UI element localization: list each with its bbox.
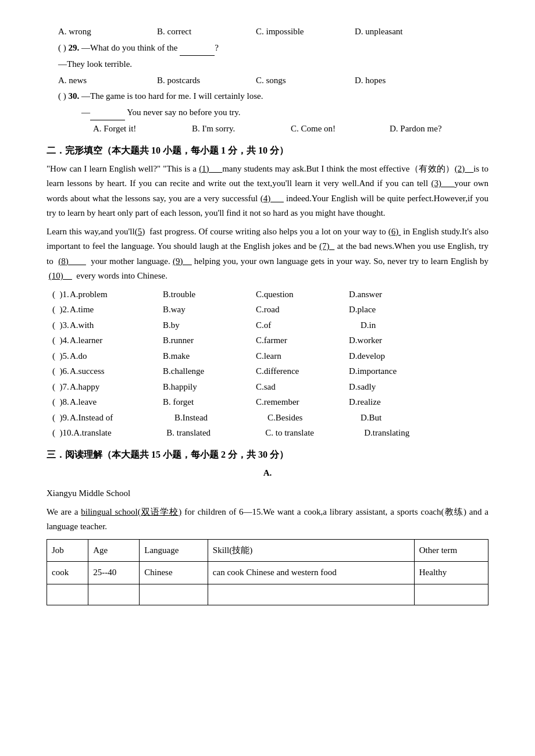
cloze-6b: B.challenge [163, 364, 256, 379]
section3-sub-header: A. [47, 466, 488, 481]
q29-option-b: B. postcards [157, 73, 256, 88]
blank6: (6) [388, 227, 401, 236]
cloze-1b: B.trouble [163, 287, 256, 302]
cloze-8d: D.realize [349, 395, 442, 410]
cloze-num-1: ( )1. [52, 287, 70, 302]
row1-age: 25--40 [88, 562, 140, 584]
cloze-4b: B.runner [163, 333, 256, 348]
q29-option-d: D. hopes [355, 73, 454, 88]
cloze-6c: C.difference [256, 364, 349, 379]
q30: ( ) 30. —The game is too hard for me. I … [58, 89, 488, 104]
q29-blank [180, 41, 215, 56]
cloze-7b: B.happily [163, 380, 256, 395]
cloze-9c: C.Besides [268, 411, 361, 426]
cloze-6a: A.success [70, 364, 163, 379]
cloze-1a: A.problem [70, 287, 163, 302]
blank8: (8)____ [58, 256, 86, 266]
col-age: Age [88, 539, 140, 562]
q28-option-c: C. impossible [256, 24, 355, 40]
cloze-3b: B.by [163, 318, 256, 333]
cloze-10c: C. to translate [265, 426, 364, 441]
cloze-2a: A.time [70, 302, 163, 318]
col-skill: Skill(技能) [208, 539, 414, 562]
q30-reply-dash: — You never say no before you try. [81, 108, 241, 117]
cloze-num-2: ( )2. [52, 302, 70, 318]
cloze-5a: A.do [70, 349, 163, 364]
cloze-10a: A.translate [73, 426, 166, 441]
cloze-2d: D.place [349, 302, 442, 318]
cloze-num-4: ( )4. [52, 333, 70, 348]
cloze-num-8: ( )8. [52, 395, 70, 410]
q30-number: 30. [69, 91, 82, 101]
cloze-num-5: ( )5. [52, 349, 70, 364]
cloze-row-10: ( )10. A.translate B. translated C. to t… [52, 426, 488, 441]
cloze-2c: C.road [256, 302, 349, 318]
section2-header: 二．完形填空（本大题共 10 小题，每小题 1 分，共 10 分） [47, 142, 488, 158]
school-intro: We are a bilingual school(双语学校) for chil… [47, 505, 488, 534]
cloze-9b: B.Instead [174, 411, 268, 426]
q30-option-c: C. Come on! [291, 122, 390, 137]
cloze-8b: B. forget [163, 395, 256, 410]
q29-options: A. news B. postcards C. songs D. hopes [58, 73, 488, 88]
cloze-num-10: ( )10. [52, 426, 73, 441]
cloze-options-section: ( )1. A.problem B.trouble C.question D.a… [52, 287, 488, 441]
row1-skill: can cook Chinese and western food [208, 562, 414, 584]
q28-option-a: A. wrong [58, 24, 157, 40]
blank9: (9)__ [173, 256, 192, 266]
col-language: Language [140, 539, 208, 562]
cloze-4d: D.worker [349, 333, 442, 348]
q30-prefix: ( ) [58, 91, 66, 101]
q30-reply: — You never say no before you try. [81, 105, 488, 121]
q28-option-b: B. correct [157, 24, 256, 40]
cloze-row-4: ( )4. A.learner B.runner C.farmer D.work… [52, 333, 488, 348]
cloze-10b: B. translated [166, 426, 265, 441]
q30-options: A. Forget it! B. I'm sorry. C. Come on! … [93, 122, 488, 137]
cloze-3d: D.in [361, 318, 454, 333]
blank2: (2)__ [455, 164, 474, 173]
q28-option-d: D. unpleasant [355, 24, 454, 40]
row2-job [47, 584, 88, 605]
cloze-8c: C.remember [256, 395, 349, 410]
cloze-row-2: ( )2. A.time B.way C.road D.place [52, 302, 488, 318]
cloze-num-7: ( )7. [52, 380, 70, 395]
cloze-3c: C.of [256, 318, 349, 333]
col-job: Job [47, 539, 88, 562]
cloze-1d: D.answer [349, 287, 442, 302]
q29-number: 29. [69, 43, 82, 52]
q30-reply-blank [90, 105, 125, 121]
cloze-5d: D.develop [349, 349, 442, 364]
blank3: (3)___ [431, 179, 454, 188]
cloze-num-6: ( )6. [52, 364, 70, 379]
table-header-row: Job Age Language Skill(技能) Other term [47, 539, 488, 562]
q29-option-c: C. songs [256, 73, 355, 88]
q30-option-a: A. Forget it! [93, 122, 192, 137]
q30-option-b: B. I'm sorry. [192, 122, 291, 137]
row1-language: Chinese [140, 562, 208, 584]
cloze-row-5: ( )5. A.do B.make C.learn D.develop [52, 349, 488, 364]
cloze-6d: D.importance [349, 364, 442, 379]
section3-header: 三．阅读理解（本大题共 15 小题，每小题 2 分，共 30 分） [47, 447, 488, 462]
row2-age [88, 584, 140, 605]
cloze-paragraph1: "How can I learn English well?" "This is… [47, 162, 488, 221]
cloze-row-1: ( )1. A.problem B.trouble C.question D.a… [52, 287, 488, 302]
cloze-8a: A.leave [70, 395, 163, 410]
cloze-7a: A.happy [70, 380, 163, 395]
cloze-10d: D.translating [364, 426, 457, 441]
q29-stem: —What do you think of the ? [81, 43, 219, 52]
cloze-row-6: ( )6. A.success B.challenge C.difference… [52, 364, 488, 379]
q29: ( ) 29. —What do you think of the ? [58, 41, 488, 56]
q29-prefix: ( ) [58, 43, 66, 52]
blank5: (5) [135, 227, 145, 236]
cloze-row-3: ( )3. A.with B.by C.of D.in [52, 318, 488, 333]
col-other: Other term [414, 539, 488, 562]
cloze-paragraph2: Learn this way,and you'll(5) fast progre… [47, 224, 488, 284]
table-row: cook 25--40 Chinese can cook Chinese and… [47, 562, 488, 584]
table-row-empty [47, 584, 488, 605]
cloze-9a: A.Instead of [70, 411, 174, 426]
cloze-4c: C.farmer [256, 333, 349, 348]
cloze-row-7: ( )7. A.happy B.happily C.sad D.sadly [52, 380, 488, 395]
row1-job: cook [47, 562, 88, 584]
row1-other: Healthy [414, 562, 488, 584]
cloze-5c: C.learn [256, 349, 349, 364]
blank1: (1)___ [199, 164, 222, 173]
